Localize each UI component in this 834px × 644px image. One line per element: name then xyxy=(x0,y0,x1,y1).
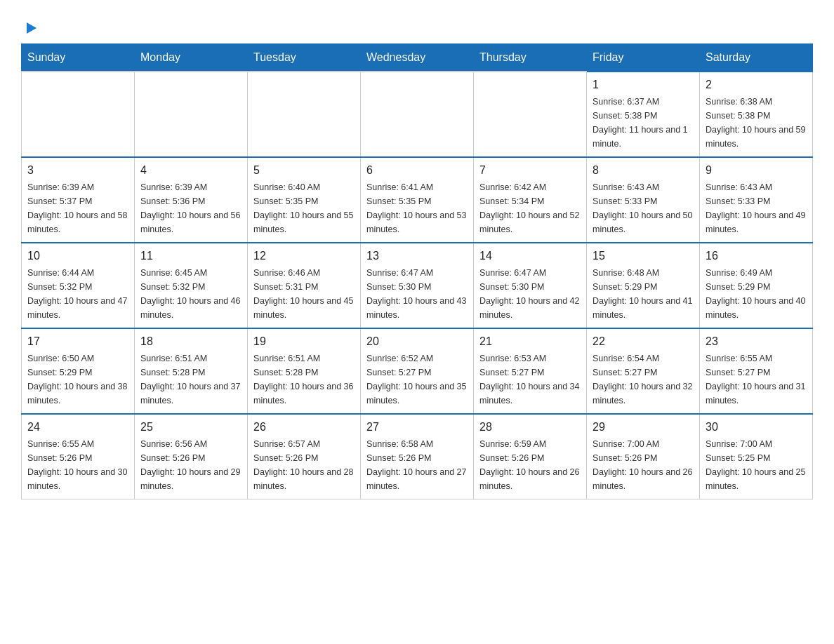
calendar-day-cell: 4Sunrise: 6:39 AM Sunset: 5:36 PM Daylig… xyxy=(135,157,248,243)
day-of-week-header: Monday xyxy=(135,44,248,72)
day-number: 3 xyxy=(27,162,128,179)
day-number: 25 xyxy=(140,419,241,436)
day-number: 2 xyxy=(706,76,807,93)
day-of-week-header: Sunday xyxy=(22,44,135,72)
day-info: Sunrise: 6:55 AM Sunset: 5:26 PM Dayligh… xyxy=(27,437,128,493)
day-info: Sunrise: 6:48 AM Sunset: 5:29 PM Dayligh… xyxy=(593,266,694,322)
calendar-day-cell: 8Sunrise: 6:43 AM Sunset: 5:33 PM Daylig… xyxy=(587,157,700,243)
day-number: 13 xyxy=(366,248,468,264)
day-info: Sunrise: 6:47 AM Sunset: 5:30 PM Dayligh… xyxy=(366,266,468,322)
day-of-week-header: Wednesday xyxy=(361,44,474,72)
calendar-day-cell: 5Sunrise: 6:40 AM Sunset: 5:35 PM Daylig… xyxy=(248,157,361,243)
calendar-day-cell: 25Sunrise: 6:56 AM Sunset: 5:26 PM Dayli… xyxy=(135,414,248,499)
day-number: 15 xyxy=(593,248,694,264)
calendar-day-cell xyxy=(474,72,587,157)
calendar-day-cell: 11Sunrise: 6:45 AM Sunset: 5:32 PM Dayli… xyxy=(135,243,248,328)
calendar-week-row: 17Sunrise: 6:50 AM Sunset: 5:29 PM Dayli… xyxy=(22,328,813,414)
day-number: 29 xyxy=(593,419,694,436)
day-number: 23 xyxy=(706,333,807,350)
day-info: Sunrise: 6:54 AM Sunset: 5:27 PM Dayligh… xyxy=(593,351,694,408)
svg-marker-0 xyxy=(27,22,37,34)
calendar-day-cell: 27Sunrise: 6:58 AM Sunset: 5:26 PM Dayli… xyxy=(361,414,474,499)
calendar-day-cell xyxy=(135,72,248,157)
calendar-day-cell xyxy=(22,72,135,157)
day-info: Sunrise: 6:57 AM Sunset: 5:26 PM Dayligh… xyxy=(253,437,355,493)
calendar-day-cell xyxy=(361,72,474,157)
calendar-day-cell: 15Sunrise: 6:48 AM Sunset: 5:29 PM Dayli… xyxy=(587,243,700,328)
day-number: 19 xyxy=(253,333,355,350)
calendar-day-cell: 14Sunrise: 6:47 AM Sunset: 5:30 PM Dayli… xyxy=(474,243,587,328)
day-number: 17 xyxy=(27,333,128,350)
calendar-day-cell: 24Sunrise: 6:55 AM Sunset: 5:26 PM Dayli… xyxy=(22,414,135,499)
calendar-day-cell: 9Sunrise: 6:43 AM Sunset: 5:33 PM Daylig… xyxy=(700,157,813,243)
day-number: 7 xyxy=(479,162,581,179)
day-number: 20 xyxy=(366,333,468,350)
calendar-day-cell: 29Sunrise: 7:00 AM Sunset: 5:26 PM Dayli… xyxy=(587,414,700,499)
calendar-day-cell xyxy=(248,72,361,157)
day-number: 18 xyxy=(140,333,241,350)
day-info: Sunrise: 7:00 AM Sunset: 5:25 PM Dayligh… xyxy=(706,437,807,493)
day-number: 9 xyxy=(706,162,807,179)
calendar-day-cell: 22Sunrise: 6:54 AM Sunset: 5:27 PM Dayli… xyxy=(587,328,700,414)
logo xyxy=(21,21,38,36)
day-info: Sunrise: 6:55 AM Sunset: 5:27 PM Dayligh… xyxy=(706,351,807,408)
calendar-table: SundayMondayTuesdayWednesdayThursdayFrid… xyxy=(21,43,813,499)
day-info: Sunrise: 6:51 AM Sunset: 5:28 PM Dayligh… xyxy=(140,351,241,408)
day-info: Sunrise: 6:40 AM Sunset: 5:35 PM Dayligh… xyxy=(253,180,355,236)
day-number: 14 xyxy=(479,248,581,264)
day-info: Sunrise: 6:52 AM Sunset: 5:27 PM Dayligh… xyxy=(366,351,468,408)
day-number: 26 xyxy=(253,419,355,436)
day-info: Sunrise: 6:49 AM Sunset: 5:29 PM Dayligh… xyxy=(706,266,807,322)
day-info: Sunrise: 6:50 AM Sunset: 5:29 PM Dayligh… xyxy=(27,351,128,408)
day-of-week-header: Thursday xyxy=(474,44,587,72)
day-number: 1 xyxy=(593,76,694,93)
day-number: 4 xyxy=(140,162,241,179)
day-info: Sunrise: 6:43 AM Sunset: 5:33 PM Dayligh… xyxy=(593,180,694,236)
day-number: 22 xyxy=(593,333,694,350)
day-info: Sunrise: 6:43 AM Sunset: 5:33 PM Dayligh… xyxy=(706,180,807,236)
day-number: 6 xyxy=(366,162,468,179)
page-header xyxy=(21,14,813,36)
logo-arrow-icon xyxy=(24,21,38,38)
day-info: Sunrise: 6:59 AM Sunset: 5:26 PM Dayligh… xyxy=(479,437,581,493)
day-info: Sunrise: 6:45 AM Sunset: 5:32 PM Dayligh… xyxy=(140,266,241,322)
calendar-day-cell: 3Sunrise: 6:39 AM Sunset: 5:37 PM Daylig… xyxy=(22,157,135,243)
calendar-day-cell: 12Sunrise: 6:46 AM Sunset: 5:31 PM Dayli… xyxy=(248,243,361,328)
day-number: 16 xyxy=(706,248,807,264)
calendar-day-cell: 28Sunrise: 6:59 AM Sunset: 5:26 PM Dayli… xyxy=(474,414,587,499)
calendar-week-row: 1Sunrise: 6:37 AM Sunset: 5:38 PM Daylig… xyxy=(22,72,813,157)
day-info: Sunrise: 6:56 AM Sunset: 5:26 PM Dayligh… xyxy=(140,437,241,493)
day-info: Sunrise: 6:42 AM Sunset: 5:34 PM Dayligh… xyxy=(479,180,581,236)
day-number: 30 xyxy=(706,419,807,436)
day-info: Sunrise: 6:46 AM Sunset: 5:31 PM Dayligh… xyxy=(253,266,355,322)
day-number: 28 xyxy=(479,419,581,436)
day-number: 27 xyxy=(366,419,468,436)
day-number: 5 xyxy=(253,162,355,179)
day-info: Sunrise: 6:58 AM Sunset: 5:26 PM Dayligh… xyxy=(366,437,468,493)
day-number: 24 xyxy=(27,419,128,436)
day-of-week-header: Tuesday xyxy=(248,44,361,72)
calendar-day-cell: 16Sunrise: 6:49 AM Sunset: 5:29 PM Dayli… xyxy=(700,243,813,328)
day-info: Sunrise: 6:37 AM Sunset: 5:38 PM Dayligh… xyxy=(593,95,694,151)
calendar-day-cell: 10Sunrise: 6:44 AM Sunset: 5:32 PM Dayli… xyxy=(22,243,135,328)
calendar-day-cell: 7Sunrise: 6:42 AM Sunset: 5:34 PM Daylig… xyxy=(474,157,587,243)
day-info: Sunrise: 6:47 AM Sunset: 5:30 PM Dayligh… xyxy=(479,266,581,322)
day-info: Sunrise: 6:51 AM Sunset: 5:28 PM Dayligh… xyxy=(253,351,355,408)
calendar-day-cell: 1Sunrise: 6:37 AM Sunset: 5:38 PM Daylig… xyxy=(587,72,700,157)
day-number: 12 xyxy=(253,248,355,264)
calendar-week-row: 10Sunrise: 6:44 AM Sunset: 5:32 PM Dayli… xyxy=(22,243,813,328)
day-number: 11 xyxy=(140,248,241,264)
calendar-day-cell: 6Sunrise: 6:41 AM Sunset: 5:35 PM Daylig… xyxy=(361,157,474,243)
day-of-week-header: Saturday xyxy=(700,44,813,72)
calendar-day-cell: 30Sunrise: 7:00 AM Sunset: 5:25 PM Dayli… xyxy=(700,414,813,499)
day-info: Sunrise: 7:00 AM Sunset: 5:26 PM Dayligh… xyxy=(593,437,694,493)
day-number: 21 xyxy=(479,333,581,350)
calendar-day-cell: 17Sunrise: 6:50 AM Sunset: 5:29 PM Dayli… xyxy=(22,328,135,414)
day-info: Sunrise: 6:39 AM Sunset: 5:36 PM Dayligh… xyxy=(140,180,241,236)
calendar-day-cell: 2Sunrise: 6:38 AM Sunset: 5:38 PM Daylig… xyxy=(700,72,813,157)
day-info: Sunrise: 6:38 AM Sunset: 5:38 PM Dayligh… xyxy=(706,95,807,151)
day-info: Sunrise: 6:53 AM Sunset: 5:27 PM Dayligh… xyxy=(479,351,581,408)
calendar-week-row: 24Sunrise: 6:55 AM Sunset: 5:26 PM Dayli… xyxy=(22,414,813,499)
day-info: Sunrise: 6:44 AM Sunset: 5:32 PM Dayligh… xyxy=(27,266,128,322)
calendar-week-row: 3Sunrise: 6:39 AM Sunset: 5:37 PM Daylig… xyxy=(22,157,813,243)
